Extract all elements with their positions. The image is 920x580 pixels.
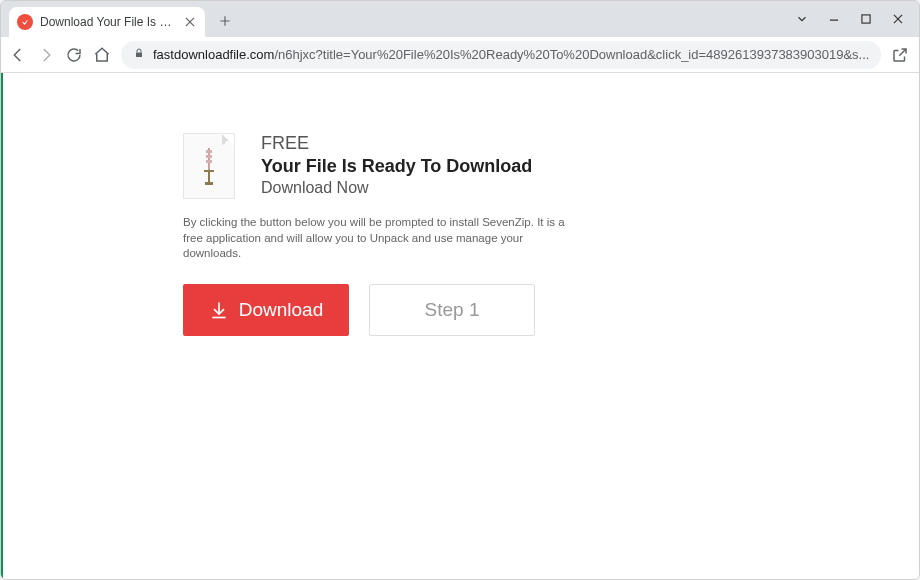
address-bar[interactable]: fastdownloadfile.com/n6hjxc?title=Your%2…	[121, 41, 881, 69]
tab-favicon	[17, 14, 33, 30]
header-text: FREE Your File Is Ready To Download Down…	[261, 133, 532, 199]
svg-rect-19	[204, 170, 214, 172]
window-caret-icon[interactable]	[795, 12, 809, 26]
tab-close-icon[interactable]	[183, 15, 197, 29]
free-label: FREE	[261, 133, 532, 154]
titlebar: Download Your File Is Ready To D	[1, 1, 919, 37]
page-subtitle: Download Now	[261, 179, 532, 197]
svg-rect-17	[206, 155, 212, 158]
svg-rect-18	[206, 160, 212, 163]
page-viewport: FREE Your File Is Ready To Download Down…	[1, 73, 919, 579]
tab-strip: Download Your File Is Ready To D	[1, 1, 239, 37]
svg-rect-21	[205, 182, 213, 185]
back-button[interactable]	[9, 45, 27, 65]
header-block: FREE Your File Is Ready To Download Down…	[183, 133, 603, 199]
lock-icon	[133, 47, 145, 62]
step-button-label: Step 1	[425, 299, 480, 321]
tab-title: Download Your File Is Ready To D	[40, 15, 176, 29]
url-text: fastdownloadfile.com/n6hjxc?title=Your%2…	[153, 47, 869, 62]
home-button[interactable]	[93, 45, 111, 65]
window-maximize-icon[interactable]	[859, 12, 873, 26]
svg-rect-6	[862, 15, 870, 23]
download-button-label: Download	[239, 299, 324, 321]
browser-tab[interactable]: Download Your File Is Ready To D	[9, 7, 205, 37]
window-close-icon[interactable]	[891, 12, 905, 26]
button-row: Download Step 1	[183, 284, 603, 336]
disclaimer-text: By clicking the button below you will be…	[183, 215, 583, 262]
forward-button[interactable]	[37, 45, 55, 65]
window-controls	[781, 1, 919, 37]
share-icon[interactable]	[891, 46, 909, 64]
svg-rect-16	[206, 150, 212, 153]
page-title: Your File Is Ready To Download	[261, 156, 532, 177]
page-content: FREE Your File Is Ready To Download Down…	[3, 73, 603, 336]
svg-point-0	[21, 18, 29, 26]
download-arrow-icon	[209, 300, 229, 320]
step-button[interactable]: Step 1	[369, 284, 535, 336]
file-thumbnail-icon	[183, 133, 235, 199]
url-domain: fastdownloadfile.com	[153, 47, 274, 62]
new-tab-button[interactable]	[211, 7, 239, 35]
window-minimize-icon[interactable]	[827, 12, 841, 26]
browser-toolbar: fastdownloadfile.com/n6hjxc?title=Your%2…	[1, 37, 919, 73]
download-button[interactable]: Download	[183, 284, 349, 336]
toolbar-right	[891, 44, 920, 66]
reload-button[interactable]	[65, 45, 83, 65]
url-path: /n6hjxc?title=Your%20File%20Is%20Ready%2…	[274, 47, 869, 62]
svg-rect-9	[136, 53, 142, 58]
